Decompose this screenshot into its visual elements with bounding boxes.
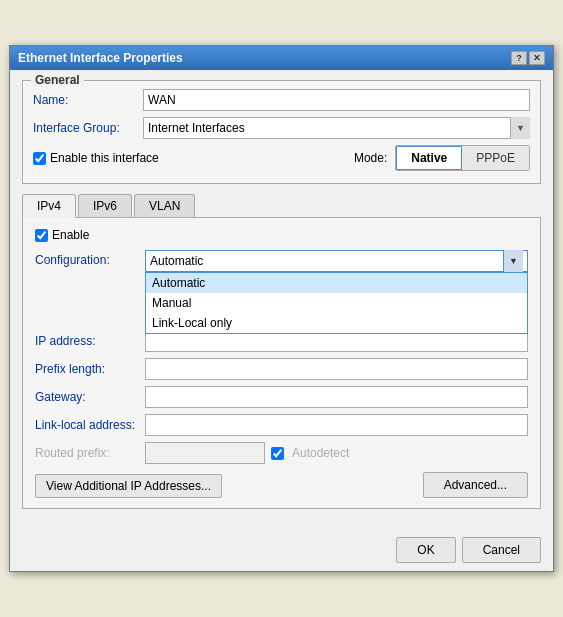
config-option-linklocal[interactable]: Link-Local only bbox=[146, 313, 527, 333]
mode-buttons: Native PPPoE bbox=[395, 145, 530, 171]
config-dropdown-selected[interactable]: Automatic ▼ bbox=[145, 250, 528, 272]
link-local-label: Link-local address: bbox=[35, 418, 145, 432]
interface-group-select-wrapper: Internet Interfaces ▼ bbox=[143, 117, 530, 139]
ipv4-enable-row: Enable bbox=[35, 228, 528, 242]
mode-row: Enable this interface Mode: Native PPPoE bbox=[33, 145, 530, 171]
general-group-label: General bbox=[31, 73, 84, 87]
tabs-header: IPv4 IPv6 VLAN bbox=[22, 194, 541, 218]
tab-ipv4[interactable]: IPv4 bbox=[22, 194, 76, 218]
ipv4-enable-checkbox[interactable] bbox=[35, 229, 48, 242]
routed-input-section: Autodetect bbox=[145, 442, 349, 464]
routed-input[interactable] bbox=[145, 442, 265, 464]
title-bar: Ethernet Interface Properties ? ✕ bbox=[10, 46, 553, 70]
autodetect-checkbox[interactable] bbox=[271, 447, 284, 460]
config-dropdown-wrapper[interactable]: Automatic ▼ Automatic Manual Link-Local … bbox=[145, 250, 528, 272]
config-dropdown-arrow-icon: ▼ bbox=[503, 250, 523, 272]
general-group: General Name: Interface Group: Internet … bbox=[22, 80, 541, 184]
enable-label: Enable this interface bbox=[50, 151, 159, 165]
gateway-label: Gateway: bbox=[35, 390, 145, 404]
config-option-manual[interactable]: Manual bbox=[146, 293, 527, 313]
tab-vlan[interactable]: VLAN bbox=[134, 194, 195, 217]
gateway-row: Gateway: bbox=[35, 386, 528, 408]
dialog-title: Ethernet Interface Properties bbox=[18, 51, 183, 65]
config-row: Configuration: Automatic ▼ Automatic Man… bbox=[35, 250, 528, 272]
tab-ipv4-content: Enable Configuration: Automatic ▼ Automa… bbox=[22, 218, 541, 509]
name-input[interactable] bbox=[143, 89, 530, 111]
interface-group-label: Interface Group: bbox=[33, 121, 143, 135]
link-local-row: Link-local address: bbox=[35, 414, 528, 436]
mode-pppoe-button[interactable]: PPPoE bbox=[462, 146, 529, 170]
ok-button[interactable]: OK bbox=[396, 537, 455, 563]
mode-section: Mode: Native PPPoE bbox=[354, 145, 530, 171]
interface-group-select[interactable]: Internet Interfaces bbox=[143, 117, 530, 139]
help-button[interactable]: ? bbox=[511, 51, 527, 65]
config-option-automatic[interactable]: Automatic bbox=[146, 273, 527, 293]
enable-checkbox[interactable] bbox=[33, 152, 46, 165]
name-row: Name: bbox=[33, 89, 530, 111]
prefix-label: Prefix length: bbox=[35, 362, 145, 376]
ipv4-enable-label: Enable bbox=[52, 228, 89, 242]
routed-label: Routed prefix: bbox=[35, 446, 145, 460]
config-label: Configuration: bbox=[35, 250, 145, 267]
mode-label: Mode: bbox=[354, 151, 387, 165]
close-button[interactable]: ✕ bbox=[529, 51, 545, 65]
config-selected-value: Automatic bbox=[150, 254, 203, 268]
dialog-body: General Name: Interface Group: Internet … bbox=[10, 70, 553, 519]
prefix-length-row: Prefix length: bbox=[35, 358, 528, 380]
footer-buttons: OK Cancel bbox=[10, 529, 553, 571]
link-local-input[interactable] bbox=[145, 414, 528, 436]
advanced-button[interactable]: Advanced... bbox=[423, 472, 528, 498]
config-dropdown-list: Automatic Manual Link-Local only bbox=[145, 272, 528, 334]
tabs-container: IPv4 IPv6 VLAN Enable Configuration: Aut… bbox=[22, 194, 541, 509]
mode-native-button[interactable]: Native bbox=[396, 146, 462, 170]
cancel-button[interactable]: Cancel bbox=[462, 537, 541, 563]
title-bar-buttons: ? ✕ bbox=[511, 51, 545, 65]
advanced-btn-row: Advanced... bbox=[423, 472, 528, 498]
prefix-input[interactable] bbox=[145, 358, 528, 380]
view-additional-button[interactable]: View Additional IP Addresses... bbox=[35, 474, 222, 498]
enable-row: Enable this interface bbox=[33, 151, 159, 165]
ip-label: IP address: bbox=[35, 334, 145, 348]
dialog: Ethernet Interface Properties ? ✕ Genera… bbox=[9, 45, 554, 572]
interface-group-row: Interface Group: Internet Interfaces ▼ bbox=[33, 117, 530, 139]
tab-ipv6[interactable]: IPv6 bbox=[78, 194, 132, 217]
routed-prefix-row: Routed prefix: Autodetect bbox=[35, 442, 528, 464]
autodetect-label: Autodetect bbox=[292, 446, 349, 460]
name-label: Name: bbox=[33, 93, 143, 107]
gateway-input[interactable] bbox=[145, 386, 528, 408]
